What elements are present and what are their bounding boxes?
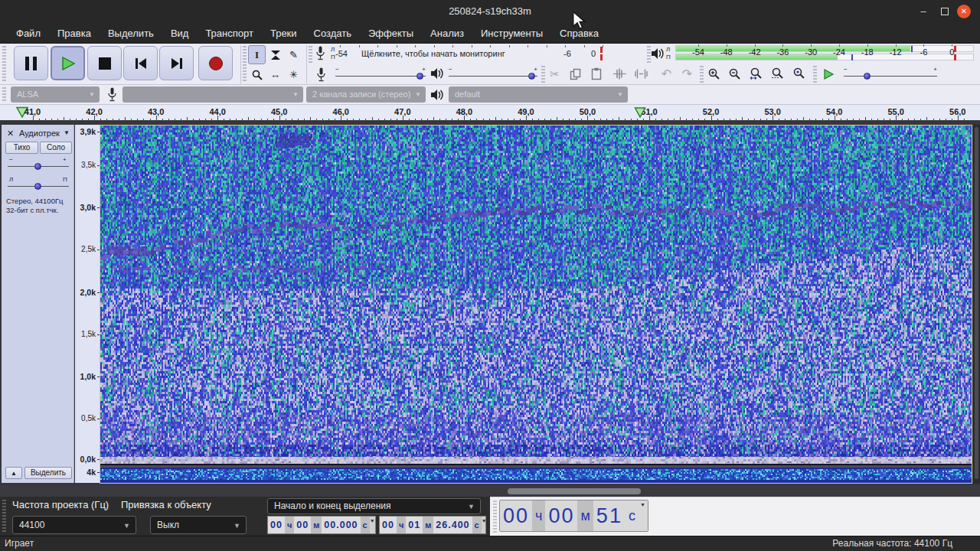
selection-mode-dropdown[interactable]: Начало и конец выделения▼ [267, 498, 481, 514]
playback-meter[interactable]: Л П -54-48-42-36-30-24-18-12-60 [651, 44, 978, 63]
minimize-button[interactable]: – [916, 5, 930, 19]
transport-toolbar-grip[interactable] [2, 46, 6, 83]
time-toolbar-grip[interactable] [493, 500, 497, 533]
pan-slider[interactable]: Л П [2, 175, 74, 195]
zoom-tool-button[interactable] [248, 65, 266, 84]
zoom-out-button[interactable] [725, 65, 744, 83]
menu-view[interactable]: Вид [162, 23, 198, 44]
zoom-tool-icon [252, 70, 263, 80]
trim-outside-button[interactable] [609, 65, 630, 83]
paste-button[interactable] [586, 65, 606, 83]
vertical-scrollbar[interactable] [973, 125, 980, 484]
play-speed-slider[interactable]: − + [842, 65, 939, 83]
pan-thumb[interactable] [34, 183, 41, 190]
zoom-selection-button[interactable] [746, 65, 766, 83]
recording-meter[interactable]: Л П -54 Щёлкните, чтобы начать мониторин… [312, 44, 645, 63]
pause-button[interactable] [14, 46, 48, 80]
track-menu-arrow-icon[interactable]: ▼ [64, 129, 70, 136]
input-device-dropdown[interactable]: ▼ [122, 86, 303, 103]
play-button[interactable] [51, 46, 85, 80]
envelope-tool-button[interactable] [266, 45, 284, 64]
selection-start-field[interactable]: 00ч00м00.000с▼ [267, 516, 376, 534]
time-shift-tool-button[interactable]: ↔ [266, 65, 284, 84]
menu-transport[interactable]: Транспорт [197, 23, 262, 44]
zoom-fit-button[interactable] [767, 65, 787, 83]
menu-effects[interactable]: Эффекты [360, 23, 422, 44]
selection-tool-button[interactable]: I [248, 45, 266, 64]
tools-toolbar-grip[interactable] [243, 46, 247, 83]
play-volume-slider[interactable]: − + [447, 65, 539, 83]
multi-tool-button[interactable]: ✳ [285, 65, 302, 84]
copy-button[interactable] [566, 65, 585, 83]
zoom-in-button[interactable] [704, 65, 724, 83]
device-toolbar: ALSA▼ ▼ 2 канала записи (стерео)▼ defaul… [0, 85, 980, 105]
audio-position-display[interactable]: 00ч00м51с▼ [499, 500, 648, 532]
record-volume-slider[interactable]: − + [334, 65, 427, 83]
gain-thumb[interactable] [34, 163, 41, 170]
gain-slider[interactable]: − + [2, 155, 74, 175]
input-channels-dropdown[interactable]: 2 канала записи (стерео)▼ [306, 86, 426, 103]
play-volume-thumb[interactable] [528, 73, 535, 80]
record-button[interactable] [198, 46, 233, 80]
ruler-time-label: 42,0 [86, 107, 102, 116]
zoom-toolbar-grip[interactable] [700, 66, 704, 83]
menu-tracks[interactable]: Треки [262, 23, 305, 44]
horizontal-scrollbar[interactable] [0, 485, 980, 497]
project-rate-dropdown[interactable]: 44100▼ [12, 516, 136, 534]
spectrogram-canvas[interactable] [100, 126, 972, 482]
menu-edit[interactable]: Правка [49, 23, 100, 44]
play-speed-thumb[interactable] [864, 73, 871, 80]
record-volume-mic-icon [316, 67, 326, 83]
track-control-panel[interactable]: ✕ Аудиотрек ▼ Тихо Соло − + Л П Стерео, … [2, 125, 74, 483]
zoom-fit-icon [771, 67, 784, 80]
menu-generate[interactable]: Создать [305, 23, 360, 44]
status-actual-rate: Реальная частота: 44100 Гц [832, 538, 952, 549]
cut-button[interactable]: ✂ [545, 65, 564, 83]
selection-end-field[interactable]: 00ч01м26.400с▼ [379, 516, 486, 534]
zoom-toggle-button[interactable] [789, 65, 808, 83]
menu-tools[interactable]: Инструменты [472, 23, 551, 44]
menu-analyze[interactable]: Анализ [422, 23, 472, 44]
draw-tool-button[interactable]: ✎ [285, 45, 302, 64]
plus-label: + [422, 67, 426, 73]
output-device-dropdown[interactable]: default▼ [449, 86, 628, 103]
menu-help[interactable]: Справка [551, 23, 607, 44]
toolbar-area: I ✎ ↔ ✳ Л П -54 Щёлкните, чтобы начать м… [0, 44, 980, 85]
maximize-button[interactable] [938, 5, 952, 19]
menu-select[interactable]: Выделить [100, 23, 162, 44]
mute-button[interactable]: Тихо [5, 142, 38, 154]
record-volume-thumb[interactable] [416, 73, 423, 80]
select-track-button[interactable]: Выделить [24, 467, 72, 479]
menu-file[interactable]: Файл [8, 23, 49, 44]
track-close-icon[interactable]: ✕ [7, 129, 14, 139]
frequency-ruler[interactable]: 3,9k3,5k3,0k2,5k2,0k1,5k1,0k0,5k0,0k4k [75, 125, 100, 483]
collapse-track-button[interactable]: ▲ [5, 467, 22, 479]
horizontal-scrollbar-thumb[interactable] [508, 488, 641, 494]
record-meter-message: Щёлкните, чтобы начать мониторинг [361, 49, 505, 58]
device-toolbar-grip[interactable] [2, 87, 6, 103]
silence-audio-button[interactable] [631, 65, 652, 83]
selection-toolbar-grip[interactable] [2, 500, 6, 533]
snap-to-dropdown[interactable]: Выкл▼ [150, 516, 247, 534]
track-title[interactable]: Аудиотрек [19, 129, 60, 138]
audio-host-dropdown[interactable]: ALSA▼ [11, 86, 100, 103]
play-at-speed-button[interactable] [818, 65, 839, 83]
timeline-ruler[interactable]: 41,042,043,044,045,046,047,048,049,050,0… [0, 105, 980, 121]
record-clip-indicator[interactable] [600, 47, 603, 53]
record-clip-indicator[interactable] [600, 54, 603, 60]
redo-button[interactable]: ↷ [678, 65, 697, 83]
selection-toolbar: Частота проекта (Гц) Привязка к объекту … [0, 497, 980, 536]
vertical-scrollbar-thumb[interactable] [975, 127, 978, 479]
minus-label: − [844, 67, 848, 73]
close-button[interactable]: ✕ [957, 5, 971, 18]
undo-button[interactable]: ↶ [657, 65, 676, 83]
playspeed-toolbar-grip[interactable] [813, 66, 817, 83]
frequency-label: 0,0k [80, 455, 96, 464]
stop-button[interactable] [87, 46, 122, 80]
solo-button[interactable]: Соло [40, 142, 72, 154]
ruler-time-label: 53,0 [764, 107, 780, 116]
skip-start-button[interactable] [123, 46, 158, 80]
skip-end-button[interactable] [159, 46, 194, 80]
track-content[interactable] [100, 125, 972, 484]
copy-icon [570, 68, 581, 80]
